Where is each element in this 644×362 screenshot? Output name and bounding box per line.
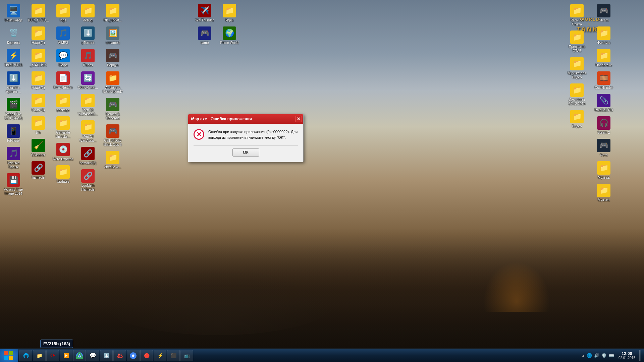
desktop-icon-filmy[interactable]: 📁 Фильмы [592,25,616,46]
tray-network-icon[interactable]: 🌐 [586,353,592,359]
desktop-icon-diskoteka[interactable]: 📁 Видео [565,109,589,130]
desktop-icon-heroes-generals[interactable]: 🎮 Heroes & Generals [101,97,125,122]
desktop-icon-muzyka-video[interactable]: 📁 Дискотека 20.12.2014 [565,82,589,107]
desktop-icon-updates[interactable]: 📁 Updates [51,164,75,185]
clock-time: 12:00 [622,351,632,356]
taskbar-items: 🌐 📁 ⟳ ▶️ 💬 [18,349,579,362]
start-button[interactable] [0,349,18,362]
desktop-icon-nado2[interactable]: 📁 Надо (1) [26,70,50,91]
taskbar-ie[interactable]: 🌐 [19,350,32,361]
taskbar-screen[interactable]: ⬛ [167,350,180,361]
desktop-icon-skype[interactable]: 💬 Skype [51,48,75,69]
desktop-icon-piphone[interactable]: 📱 PiPhone [1,123,25,144]
error-dialog: t6sp.exe - Ошибка приложения ✕ ✕ Ошибка … [188,114,304,162]
system-tray: ▲ 🌐 🔊 🛡️ ⌨️ 12:00 02.01.2015 [579,349,644,362]
skype-icon: 💬 [90,352,96,359]
desktop-icon-video[interactable]: 📁 Handbrake [592,48,616,69]
desktop-icon-igry-so-stima[interactable]: 📁 Игры со Стима [565,3,589,28]
desktop-icon-samp[interactable]: 🎮 samp [193,25,217,46]
desktop-icon-aimp3[interactable]: 🎵 AIMP3 [51,25,75,46]
dialog-body: ✕ Ошибка при запуске приложения (0xc0000… [188,124,303,162]
dialog-title: t6sp.exe - Ошибка приложения [191,117,252,121]
desktop-icon-audiogles[interactable]: 📁 Audiogles BoostSpeed7 [101,70,125,95]
desktop-icon-steam[interactable]: 🎮 Steam [592,3,616,24]
tray-keyboard-icon[interactable]: ⌨️ [608,353,614,359]
utorrent-icon: ⬇️ [103,352,110,359]
desktop-icon-utorrent[interactable]: ⬇️ μTorrent [76,25,100,46]
desktop-icon-computer[interactable]: 🖥️ Компьютер [1,3,25,24]
svg-rect-1 [9,351,13,355]
explorer-icon: 📁 [36,352,43,359]
dialog-titlebar: t6sp.exe - Ошибка приложения ✕ [188,114,303,124]
desktop-icon-raidcall[interactable]: 🎧 Steam 2 [592,115,616,136]
desktop-icon-warthunder[interactable]: ✈️ WarThunder [193,3,217,24]
steam-icon: ♨️ [116,352,123,359]
desktop-icon-menofwar2[interactable]: 📁 Men Of War:Assa... [76,119,100,144]
desktop-icon-odin3[interactable]: ⚡ Odin3 v3.09 [1,48,25,69]
desktop-icon-debug[interactable]: 📁 debug [76,3,100,24]
desktop-icon-istoriya[interactable]: 📁 Музыка для Видео [565,56,589,81]
desktop-icon-vegas[interactable]: 🎬 Vegas Pro 12.0 (64-bit) [1,97,25,122]
taskbar-app-red[interactable]: 🔴 [140,350,153,361]
desktop-icon-music[interactable]: 🎵 Музыка Ярлык [1,145,25,171]
acronis-icon: ⟳ [49,352,56,359]
desktop-icon-obnovlenni[interactable]: 🔄 ObnovIенні... [76,70,100,91]
desktop-icon-handbrake[interactable]: 🎞️ QuickBinder [592,70,616,91]
taskbar-chrome[interactable] [73,350,86,361]
desktop-icon-title-update[interactable]: 📁 title_updat... [101,3,125,24]
taskbar: 🌐 📁 ⟳ ▶️ 💬 [0,349,644,362]
taskbar-chrome2[interactable] [127,350,140,361]
dialog-ok-button[interactable]: ОК [232,148,259,157]
desktop-icon-hamachi[interactable]: 🔗 hamachi [26,160,50,181]
desktop-icon-nado1[interactable]: 📁 Надо (1) [26,25,50,46]
taskbar-steam[interactable]: ♨️ [113,350,126,361]
dialog-footer: ОК [194,148,298,158]
desktop-icon-foto[interactable]: 📁 Музыка [592,160,616,181]
tray-expand-arrow[interactable]: ▲ [582,354,585,357]
tray-volume-icon[interactable]: 🔊 [594,353,600,359]
desktop-icon-quickbinder[interactable]: 📎 RaidCall.RU [592,93,616,114]
taskbar-utorrent[interactable]: ⬇️ [100,350,113,361]
desktop-icon-package[interactable]: 📁 package [51,93,75,114]
desktop-icon-ccleaner[interactable]: 🧹 CCleaner [26,137,50,159]
desktop-icon-download[interactable]: ⬇️ Скачать épично-... [1,70,25,95]
chrome-icon [76,352,83,359]
desktop-icon-foxit[interactable]: 📄 Foxit Reader [51,70,75,91]
taskbar-screen2[interactable]: 📺 [180,350,193,361]
desktop-icon-menofwar1[interactable]: 📁 Men Of War:Assaul... [76,93,100,118]
desktop-icon-hamachi2[interactable]: 🔗 hamachi[2] [76,145,100,167]
desktop-icon-logmein[interactable]: 🔗 LogMeIn Hamachi [76,168,100,193]
taskbar-acronis[interactable]: ⟳ [46,350,59,361]
desktop-icon-muzyka2[interactable]: 📁 Музыка [592,182,616,203]
desktop-icon-prime-world[interactable]: 🌍 Prime World [217,25,241,46]
tray-security-icon[interactable]: 🛡️ [601,353,607,359]
show-desktop-button[interactable] [639,350,641,361]
desktop-icon-steam2[interactable]: 🎮 Фото [592,137,616,159]
dialog-message: Ошибка при запуске приложения (0xc000002… [208,129,298,140]
dialog-close-button[interactable]: ✕ [295,116,302,122]
desktop-icon-cod-bo2[interactable]: 🎮 Call of Duty Black Ops II [101,123,125,148]
taskbar-explorer[interactable]: 📁 [33,350,46,361]
desktop-icon-macosx[interactable]: 📁 _MACOSX [26,48,50,69]
taskbar-skype[interactable]: 💬 [87,350,99,361]
desktop-icon-acronis[interactable]: 💾 Acronis True Image 2014 [1,172,25,197]
desktop-icon-bin[interactable]: 📁 bin [26,115,50,136]
dialog-content: ✕ Ошибка при запуске приложения (0xc0000… [194,129,298,140]
taskbar-app2[interactable]: ⚡ [154,350,166,361]
desktop-icon-directx[interactable]: 📁 directlo w... [101,149,125,171]
clock[interactable]: 12:00 02.01.2015 [616,349,638,362]
desktop-icon-verdun[interactable]: 🎮 Вердун [101,48,125,69]
desktop-icon-cleo[interactable]: 📁 1667_CLEO... [26,3,50,24]
desktop-icon-igry[interactable]: 📁 Игры [217,3,241,24]
desktop-icon-generate[interactable]: 📁 Generate Unlocks... [51,115,75,140]
desktop-icon-unnamed[interactable]: 🖼️ unnamed [101,25,125,46]
desktop-icon-nero[interactable]: 💿 Nero Express [51,141,75,163]
desktop-icon-itunes[interactable]: 🎵 iTunes [76,48,100,69]
desktop-icon-nado3[interactable]: 📁 Надо (1) [26,93,50,114]
screen-icon: ⬛ [170,352,177,359]
desktop-icon-gta5-preorder[interactable]: 📁 Предзаказ GTA5 [565,29,589,54]
svg-point-8 [132,354,135,357]
taskbar-wmp[interactable]: ▶️ [60,350,72,361]
desktop-icon-logs[interactable]: 📁 logs [51,3,75,24]
desktop-icon-recycle[interactable]: 🗑️ Корзина [1,25,25,46]
